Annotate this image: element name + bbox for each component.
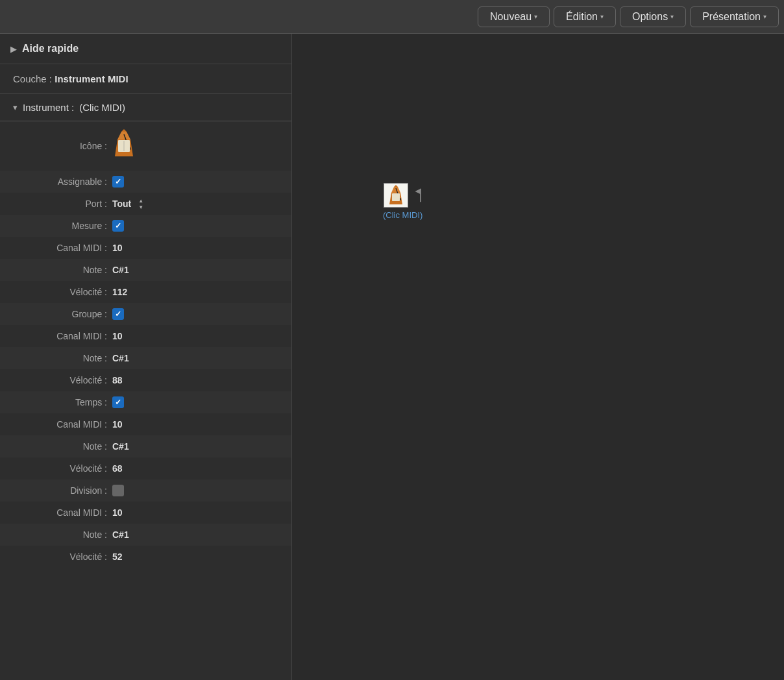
metronome-icon[interactable]: [112, 129, 136, 163]
prop-value-velocite1: 112: [112, 287, 127, 297]
right-panel[interactable]: (Clic MIDI): [292, 34, 784, 680]
prop-value-canal1: 10: [112, 243, 123, 253]
couche-label: Couche :: [13, 73, 52, 84]
prop-label-velocite1: Vélocité :: [13, 287, 107, 297]
flag-icon: [411, 188, 423, 203]
prop-label-port: Port :: [13, 199, 107, 209]
prop-row-groupe: Groupe :: [0, 303, 291, 325]
prop-value-velocite4: 52: [112, 552, 123, 562]
prop-value-canal3: 10: [112, 419, 123, 430]
instrument-value: (Clic MIDI): [79, 102, 125, 113]
prop-row-velocite2: Vélocité : 88: [0, 369, 291, 391]
prop-value-canal4: 10: [112, 507, 123, 518]
prop-row-assignable: Assignable :: [0, 171, 291, 193]
canvas-label: (Clic MIDI): [383, 210, 423, 220]
checkbox-groupe[interactable]: [112, 308, 124, 320]
prop-row-temps: Temps :: [0, 391, 291, 413]
prop-row-icone: Icône :: [0, 121, 291, 171]
couche-section: Couche : Instrument MIDI: [0, 64, 291, 94]
prop-value-port: Tout: [112, 199, 131, 209]
prop-label-note2: Note :: [13, 353, 107, 363]
prop-label-canal3: Canal MIDI :: [13, 419, 107, 430]
prop-row-port: Port : Tout ▲ ▼: [0, 193, 291, 215]
menu-presentation-label: Présentation: [702, 11, 761, 23]
menu-bar: Nouveau ▾ Édition ▾ Options ▾ Présentati…: [0, 0, 784, 34]
prop-value-note4: C#1: [112, 529, 129, 540]
prop-value-note3: C#1: [112, 441, 129, 452]
instrument-label: Instrument :: [23, 102, 74, 113]
prop-row-velocite4: Vélocité : 52: [0, 546, 291, 568]
prop-label-mesure: Mesure :: [13, 221, 107, 231]
svg-marker-8: [391, 187, 400, 193]
prop-label-temps: Temps :: [13, 397, 107, 407]
menu-nouveau[interactable]: Nouveau ▾: [478, 6, 550, 27]
aide-rapide-label: Aide rapide: [22, 43, 79, 55]
prop-value-note1: C#1: [112, 265, 129, 275]
instrument-section: ▾ Instrument : (Clic MIDI): [0, 94, 291, 121]
menu-options[interactable]: Options ▾: [620, 6, 686, 27]
checkbox-temps[interactable]: [112, 396, 124, 408]
checkbox-division[interactable]: [112, 485, 124, 496]
svg-rect-12: [392, 193, 400, 201]
checkbox-assignable[interactable]: [112, 176, 124, 188]
stepper-up[interactable]: ▲: [136, 197, 145, 204]
prop-label-groupe: Groupe :: [13, 309, 107, 319]
svg-marker-9: [394, 185, 398, 187]
prop-label-velocite2: Vélocité :: [13, 375, 107, 385]
aide-rapide-section: ▶ Aide rapide: [0, 34, 291, 64]
instrument-thumb: [384, 183, 408, 208]
port-stepper[interactable]: ▲ ▼: [136, 197, 145, 210]
prop-row-canal3: Canal MIDI : 10: [0, 413, 291, 435]
couche-value: Instrument MIDI: [55, 73, 128, 84]
menu-edition-chevron: ▾: [600, 13, 604, 20]
menu-edition-label: Édition: [566, 11, 598, 23]
menu-presentation[interactable]: Présentation ▾: [690, 6, 779, 27]
prop-label-canal4: Canal MIDI :: [13, 507, 107, 518]
prop-value-canal2: 10: [112, 331, 123, 341]
menu-options-chevron: ▾: [670, 13, 674, 20]
prop-row-division: Division :: [0, 480, 291, 502]
prop-label-icone: Icône :: [13, 141, 107, 151]
prop-row-note2: Note : C#1: [0, 347, 291, 369]
prop-value-note2: C#1: [112, 353, 129, 363]
menu-nouveau-label: Nouveau: [490, 11, 532, 23]
svg-marker-2: [121, 129, 127, 132]
stepper-down[interactable]: ▼: [136, 204, 145, 210]
prop-row-canal4: Canal MIDI : 10: [0, 502, 291, 524]
prop-row-velocite3: Vélocité : 68: [0, 457, 291, 480]
canvas-item[interactable]: (Clic MIDI): [383, 183, 423, 220]
prop-row-canal1: Canal MIDI : 10: [0, 237, 291, 259]
prop-label-canal2: Canal MIDI :: [13, 331, 107, 341]
prop-row-note3: Note : C#1: [0, 435, 291, 457]
prop-label-velocite3: Vélocité :: [13, 463, 107, 474]
prop-label-canal1: Canal MIDI :: [13, 243, 107, 253]
prop-label-assignable: Assignable :: [13, 176, 107, 187]
aide-rapide-chevron[interactable]: ▶: [10, 44, 17, 54]
checkbox-mesure[interactable]: [112, 220, 124, 232]
prop-label-division: Division :: [13, 485, 107, 496]
svg-marker-14: [415, 189, 421, 195]
menu-options-label: Options: [632, 11, 668, 23]
prop-label-note3: Note :: [13, 441, 107, 452]
prop-label-note4: Note :: [13, 529, 107, 540]
prop-row-canal2: Canal MIDI : 10: [0, 325, 291, 347]
properties-table: Icône :: [0, 121, 291, 568]
prop-value-velocite2: 88: [112, 375, 123, 385]
left-panel: ▶ Aide rapide Couche : Instrument MIDI ▾…: [0, 34, 292, 680]
instrument-chevron[interactable]: ▾: [13, 103, 18, 112]
menu-nouveau-chevron: ▾: [534, 13, 537, 20]
menu-presentation-chevron: ▾: [763, 13, 766, 20]
prop-value-velocite3: 68: [112, 463, 123, 474]
menu-edition[interactable]: Édition ▾: [554, 6, 616, 27]
prop-label-velocite4: Vélocité :: [13, 552, 107, 562]
canvas-icon-wrapper: [384, 183, 423, 208]
prop-label-note1: Note :: [13, 265, 107, 275]
prop-row-velocite1: Vélocité : 112: [0, 281, 291, 303]
prop-row-mesure: Mesure :: [0, 215, 291, 237]
main-content: ▶ Aide rapide Couche : Instrument MIDI ▾…: [0, 34, 784, 680]
prop-row-note4: Note : C#1: [0, 524, 291, 546]
prop-row-note1: Note : C#1: [0, 259, 291, 281]
